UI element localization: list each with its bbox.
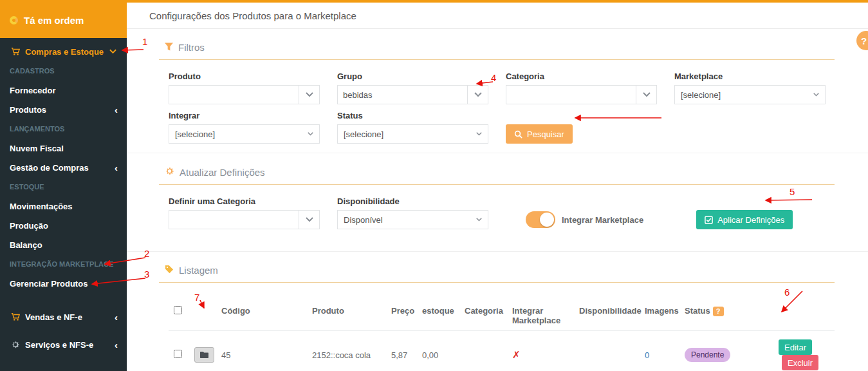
cell-disponibilidade <box>574 331 640 371</box>
listing-panel: Listagem Código Produto Preço estoque <box>127 251 868 371</box>
search-button[interactable]: Pesquisar <box>506 124 573 144</box>
sidebar-item-servicos-nfse[interactable]: Serviços e NFS-e ‹ <box>0 335 127 354</box>
filters-panel-title: Filtros <box>159 39 835 60</box>
cell-preco: 5,87 <box>386 331 417 371</box>
sidebar-item-nuvem-fiscal[interactable]: Nuvem Fiscal <box>0 138 127 158</box>
disponibilidade-select[interactable]: Disponível <box>337 210 488 229</box>
col-codigo: Código <box>216 301 307 331</box>
sidebar-item-label: Vendas e NF-e <box>25 312 82 322</box>
x-icon: ✗ <box>512 349 521 360</box>
col-produto: Produto <box>307 301 386 331</box>
integrar-label: Integrar <box>169 111 320 121</box>
brand[interactable]: Tá em ordem <box>0 3 127 38</box>
definir-categoria-field: Definir uma Categoria <box>169 196 320 229</box>
chevron-down-icon <box>306 92 313 97</box>
marketplace-field: Marketplace [selecione] <box>674 71 826 104</box>
table-row: 45 2152::coca cola 5,87 0,00 ✗ 0 Pendent… <box>169 331 835 371</box>
integrar-marketplace-toggle-label: Integrar Marketplace <box>562 215 643 225</box>
definir-categoria-dropdown-button[interactable] <box>299 211 319 229</box>
disponibilidade-label: Disponibilidade <box>337 196 488 207</box>
brand-icon <box>10 16 18 24</box>
produto-dropdown-button[interactable] <box>299 86 319 104</box>
sidebar-item-movimentacoes[interactable]: Movimentações <box>0 196 127 216</box>
definitions-title-text: Atualizar Definições <box>180 167 265 178</box>
col-status: Status? <box>679 301 773 331</box>
categoria-dropdown-button[interactable] <box>636 86 656 104</box>
disponibilidade-value: Disponível <box>344 215 383 225</box>
sidebar-item-balanco[interactable]: Balanço <box>0 235 127 254</box>
definir-categoria-input[interactable] <box>169 211 299 229</box>
sidebar-item-gestao-de-compras[interactable]: Gestão de Compras ‹ <box>0 158 127 177</box>
sidebar-item-label: Gerenciar Produtos <box>10 279 88 289</box>
delete-button[interactable]: Excluir <box>782 355 818 370</box>
page-title: Configurações dos Produtos para o Market… <box>149 10 356 21</box>
chevron-down-icon <box>306 217 313 222</box>
cell-produto: 2152::coca cola <box>307 331 386 371</box>
page-header: Configurações dos Produtos para o Market… <box>127 3 868 29</box>
col-estoque: estoque <box>417 301 459 331</box>
chevron-left-icon: ‹ <box>115 105 118 115</box>
listing-title-text: Listagem <box>179 265 218 276</box>
grupo-dropdown-button[interactable] <box>467 86 488 104</box>
integrar-marketplace-toggle[interactable] <box>526 211 555 228</box>
folder-button[interactable] <box>194 347 214 363</box>
search-icon <box>514 130 522 138</box>
status-help-icon[interactable]: ? <box>713 307 724 316</box>
integrar-field: Integrar [selecione] <box>169 111 320 144</box>
chevron-left-icon: ‹ <box>115 340 118 350</box>
sidebar-item-gerenciar-produtos[interactable]: Gerenciar Produtos <box>0 274 127 293</box>
sidebar-section-estoque: ESTOQUE <box>0 177 127 196</box>
sidebar: Tá em ordem Compras e Estoque CADASTROS … <box>0 0 127 371</box>
marketplace-label: Marketplace <box>674 71 826 82</box>
sidebar-item-vendas-nfe[interactable]: Vendas e NF-e ‹ <box>0 307 127 327</box>
sidebar-item-fornecedor[interactable]: Fornecedor <box>0 81 127 100</box>
row-checkbox[interactable] <box>174 350 182 358</box>
col-disponibilidade: Disponibilidade <box>574 301 640 331</box>
cart-icon <box>10 312 21 321</box>
status-select[interactable]: [selecione] <box>337 124 488 144</box>
cell-estoque: 0,00 <box>417 331 459 371</box>
sidebar-item-label: Produtos <box>10 105 46 115</box>
produto-input[interactable] <box>169 86 299 104</box>
definitions-panel-title: Atualizar Definições <box>159 164 835 185</box>
apply-definitions-button[interactable]: Aplicar Definições <box>696 210 793 229</box>
col-integrar-marketplace: Integrar Marketplace <box>507 301 574 331</box>
sidebar-item-label: Balanço <box>10 240 42 250</box>
status-label: Status <box>337 111 488 121</box>
select-all-checkbox[interactable] <box>174 306 182 314</box>
sidebar-item-compras-e-estoque[interactable]: Compras e Estoque <box>0 42 127 61</box>
sidebar-item-label: Nuvem Fiscal <box>10 144 64 153</box>
table-header-row: Código Produto Preço estoque Categoria I… <box>169 301 835 331</box>
status-badge: Pendente <box>685 348 730 362</box>
chevron-down-icon <box>308 132 313 136</box>
sidebar-item-partial[interactable] <box>0 366 127 371</box>
gear-icon <box>165 166 174 178</box>
marketplace-select[interactable]: [selecione] <box>674 85 826 104</box>
main-content: Configurações dos Produtos para o Market… <box>127 3 868 371</box>
integrar-value: [selecione] <box>175 129 215 139</box>
chevron-left-icon: ‹ <box>115 312 118 322</box>
chevron-down-icon <box>813 93 819 97</box>
col-imagens: Imagens <box>640 301 679 331</box>
chevron-down-icon <box>474 92 482 97</box>
col-preco: Preço <box>386 301 417 331</box>
sidebar-item-label: Movimentações <box>10 202 73 211</box>
grupo-field: Grupo <box>337 71 488 104</box>
imagens-link[interactable]: 0 <box>645 350 649 360</box>
sidebar-item-produtos[interactable]: Produtos ‹ <box>0 100 127 119</box>
brand-name: Tá em ordem <box>24 15 84 26</box>
products-table: Código Produto Preço estoque Categoria I… <box>169 301 835 371</box>
edit-button[interactable]: Editar <box>779 339 812 355</box>
col-actions <box>773 301 835 331</box>
toggle-knob <box>540 213 554 227</box>
tag-icon <box>165 265 174 276</box>
grupo-input[interactable] <box>338 86 467 104</box>
check-square-icon <box>705 216 713 224</box>
sidebar-item-producao[interactable]: Produção <box>0 216 127 235</box>
cart-icon <box>10 47 21 56</box>
col-categoria: Categoria <box>459 301 507 331</box>
integrar-select[interactable]: [selecione] <box>169 124 320 144</box>
cell-codigo: 45 <box>216 331 307 371</box>
chevron-left-icon: ‹ <box>115 163 118 173</box>
categoria-input[interactable] <box>506 86 636 104</box>
